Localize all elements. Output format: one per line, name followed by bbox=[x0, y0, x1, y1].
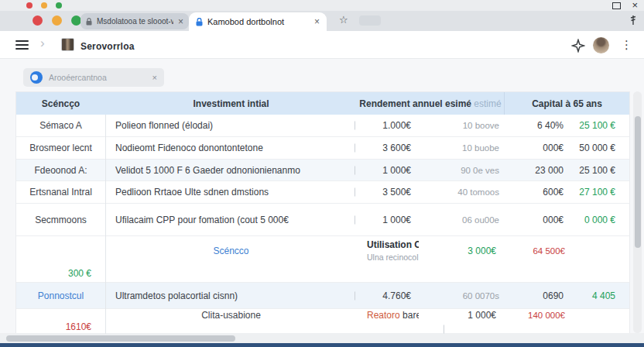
filter-chip[interactable]: Arooéercantnoa × bbox=[23, 68, 164, 87]
lock-icon bbox=[196, 18, 203, 26]
chip-close-icon[interactable]: × bbox=[152, 73, 157, 82]
table-row[interactable]: Ertsnanal Intral Pedlioon Rrtaoe Ulte sd… bbox=[16, 181, 629, 204]
header-scenario[interactable]: Scéncço bbox=[16, 98, 105, 109]
cell-capital: 1610€ bbox=[16, 321, 105, 332]
table-row[interactable]: Brosmeor lecnt Nodieomt Fidenoco dononto… bbox=[16, 137, 629, 160]
cell-description: Ultramdetos polacortial cisnn) bbox=[105, 290, 357, 301]
cell-divider-tick bbox=[355, 122, 355, 130]
header-capital[interactable]: Capital à 65 ans bbox=[504, 92, 629, 115]
cell-divider-tick bbox=[355, 215, 355, 224]
page-title: Serovorrloa bbox=[80, 41, 135, 52]
page-content: Arooéercantnoa × Scéncço Investiment int… bbox=[0, 59, 644, 347]
header-yield[interactable]: Rendement annuel esimé estimé bbox=[357, 98, 504, 109]
sparkle-icon[interactable] bbox=[571, 39, 585, 56]
menu-icon[interactable] bbox=[15, 40, 29, 50]
pin-icon[interactable] bbox=[629, 15, 638, 29]
traffic-lights-small bbox=[26, 2, 62, 9]
horizontal-scrollbar-thumb[interactable] bbox=[6, 335, 235, 342]
page-favicon bbox=[61, 38, 74, 51]
maximize-dot-icon[interactable] bbox=[56, 2, 62, 9]
cell-divider-tick bbox=[355, 166, 355, 174]
cell-rate: 23 000 bbox=[504, 165, 570, 176]
tab-strip: Msdolatooa te slooot-vile × Kamobod dort… bbox=[0, 11, 644, 31]
cell-capital: 0 000 € bbox=[570, 215, 629, 225]
browser-window: × Msdolatooa te slooot-vile × Kamobod do… bbox=[0, 0, 644, 347]
header-yield-label: Rendement annuel esimé bbox=[359, 98, 471, 109]
cell-capital: 50 000 € bbox=[570, 143, 629, 153]
cell-initial: 4.760€ bbox=[357, 290, 419, 301]
table-row[interactable]: Ponnostcul Ultramdetos polacortial cisnn… bbox=[16, 283, 629, 309]
cell-initial: 1 000€ bbox=[357, 215, 419, 225]
traffic-lights bbox=[33, 15, 81, 26]
cell-yield: 64 500€ bbox=[504, 246, 570, 256]
table-row[interactable]: Secmmoons Ufilacaim CPP pour fomation (c… bbox=[16, 204, 629, 236]
tab-close-icon[interactable]: × bbox=[314, 16, 320, 27]
cell-scenario-link[interactable]: Ponnostcul bbox=[16, 290, 105, 301]
tab-strip-button[interactable] bbox=[359, 15, 381, 26]
cell-capital: 4 405 bbox=[570, 290, 629, 301]
cell-scenario-link[interactable]: Scéncco bbox=[105, 246, 357, 256]
cell-rate: 600€ bbox=[504, 187, 570, 198]
cell-description: Velidot 5 1000 F 6 Gaeder odnonionienanm… bbox=[105, 165, 357, 176]
cell-scenario: Ertsnanal Intral bbox=[16, 187, 105, 198]
cell-yield: 06 ou00e bbox=[419, 215, 504, 225]
kebab-menu-icon[interactable]: ⋮ bbox=[621, 38, 632, 52]
table-row[interactable]: Fdeoonod A: Velidot 5 1000 F 6 Gaeder od… bbox=[16, 160, 629, 181]
cell-scenario: Brosmeor lecnt bbox=[16, 143, 105, 153]
cell-description: Pedlioon Rrtaoe Ulte sdnen dmstions bbox=[105, 187, 357, 198]
minimize-dot-icon[interactable] bbox=[52, 15, 62, 26]
cell-yield: 10 boove bbox=[419, 121, 504, 130]
tab-inactive[interactable]: Msdolatooa te slooot-vile × bbox=[80, 13, 189, 29]
cell-rate: 000€ bbox=[504, 143, 570, 153]
close-window-icon[interactable]: × bbox=[632, 1, 638, 10]
cell-rate: 0690 bbox=[504, 290, 570, 301]
cell-rate: 000€ bbox=[504, 215, 570, 225]
chevron-right-icon[interactable]: › bbox=[40, 36, 45, 51]
table-row[interactable]: Sémaco A Polieon flonned (élodai) 1.000€… bbox=[16, 115, 629, 137]
cell-description-rest: barenel dlramenoneoolspioc bbox=[400, 310, 419, 321]
scenario-table: Scéncço Investiment intial Rendement ann… bbox=[15, 91, 630, 335]
lock-icon bbox=[86, 18, 92, 26]
column-divider bbox=[105, 115, 106, 334]
tab-close-icon[interactable]: × bbox=[178, 16, 183, 27]
cell-capital: 27 100 € bbox=[570, 187, 629, 198]
cell-capital: 25 100 € bbox=[570, 120, 629, 131]
cell-description-prefix: Reatoro bbox=[367, 310, 400, 321]
cell-initial: 3 500€ bbox=[357, 187, 419, 198]
window-bottom-edge bbox=[0, 343, 644, 347]
titlebar: × bbox=[0, 0, 644, 11]
restore-window-icon[interactable] bbox=[612, 2, 621, 9]
cell-description: Polieon flonned (élodai) bbox=[105, 120, 357, 131]
table-row-selected[interactable]: Scéncco Utilisation CPP pour formation (… bbox=[16, 236, 629, 283]
table-row-warning[interactable]: Clita-usabione Reatoro barenel dlramenon… bbox=[16, 309, 629, 334]
close-dot-icon[interactable] bbox=[26, 2, 33, 9]
cell-yield: 40 tomoos bbox=[419, 187, 504, 197]
cell-yield: 60 0070s bbox=[419, 291, 504, 301]
filter-chip-label: Arooéercantnoa bbox=[49, 73, 148, 82]
cell-yield: 140 000€ bbox=[504, 311, 570, 320]
cell-description: Nodieomt Fidenoco donontontetone bbox=[105, 143, 357, 153]
tab-active[interactable]: Kamobod dortbolnot × bbox=[189, 12, 327, 31]
cloud-app-icon bbox=[30, 71, 43, 84]
profile-avatar[interactable] bbox=[593, 37, 609, 53]
cell-yield: 90 0e ves bbox=[419, 166, 504, 175]
new-tab-star-icon[interactable]: ☆ bbox=[339, 14, 348, 26]
row-subtitle: Ulna recinocol. | Une atoimutions diolec… bbox=[367, 253, 419, 262]
cell-divider-tick bbox=[355, 291, 355, 300]
cell-scenario: Fdeoonod A: bbox=[16, 165, 105, 176]
cell-initial: 1 000€ bbox=[419, 310, 504, 321]
cell-initial: 3 600€ bbox=[357, 143, 419, 153]
minimize-dot-icon[interactable] bbox=[41, 2, 47, 9]
cell-scenario: Sémaco A bbox=[16, 120, 105, 131]
cell-divider-tick bbox=[355, 188, 355, 197]
cell-capital: 300 € bbox=[16, 268, 105, 279]
browser-toolbar: › Serovorrloa ⋮ bbox=[0, 31, 644, 59]
header-investment[interactable]: Investiment intial bbox=[105, 98, 357, 109]
vertical-scrollbar-thumb[interactable] bbox=[635, 116, 641, 248]
cell-description: Reatoro barenel dlramenoneoolspioc bbox=[357, 310, 419, 321]
cell-capital: 25 100 € bbox=[570, 165, 629, 176]
cell-yield: 10 buobe bbox=[419, 143, 504, 153]
table-header-row: Scéncço Investiment intial Rendement ann… bbox=[16, 92, 629, 115]
row-title: Utilisation CPP pour formation (cout 5 0… bbox=[367, 239, 419, 250]
close-dot-icon[interactable] bbox=[33, 15, 43, 26]
